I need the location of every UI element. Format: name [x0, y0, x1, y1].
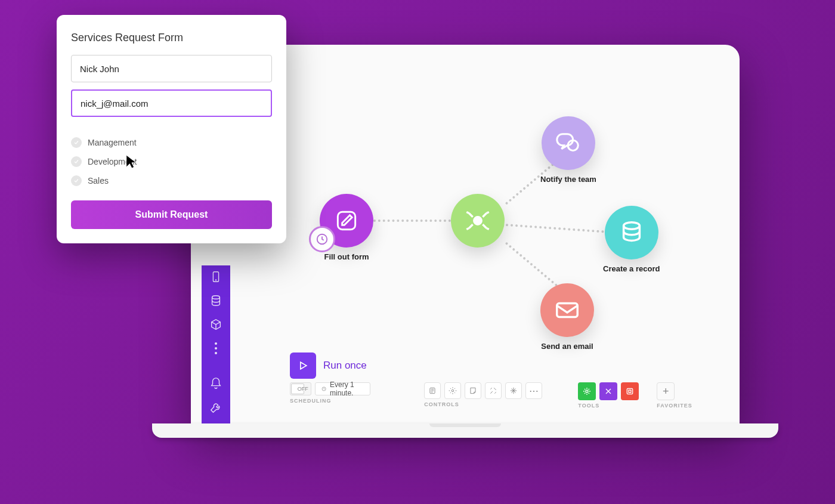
app-sidebar — [202, 265, 230, 432]
tools-label: TOOLS — [578, 403, 639, 409]
option-label: Development — [88, 157, 137, 166]
option-sales[interactable]: Sales — [71, 175, 272, 186]
sidebar-bell-icon[interactable] — [209, 377, 222, 390]
submit-request-button[interactable]: Submit Request — [71, 200, 272, 229]
connector — [373, 219, 451, 222]
node-label: Notify the team — [540, 175, 596, 184]
tool-purple-icon[interactable] — [599, 382, 617, 400]
check-icon — [71, 137, 82, 148]
workflow-canvas[interactable]: Fill out form Notify the team — [230, 45, 740, 426]
option-management[interactable]: Management — [71, 137, 272, 148]
option-development[interactable]: Development — [71, 156, 272, 167]
scheduling-label: SCHEDULING — [290, 398, 370, 404]
node-label: Fill out form — [320, 252, 373, 261]
node-fill-out-form[interactable]: Fill out form — [320, 194, 373, 261]
node-send-email[interactable]: Send an email — [540, 283, 594, 351]
services-request-form: Services Request Form Management Develop… — [57, 15, 286, 243]
email-input[interactable] — [71, 89, 272, 117]
connector — [505, 242, 561, 289]
name-input[interactable] — [71, 55, 272, 82]
controls-group: ⋯ CONTROLS — [424, 382, 542, 407]
check-icon — [71, 175, 82, 186]
schedule-selector[interactable]: Every 1 minute. — [315, 382, 371, 395]
node-create-record[interactable]: Create a record — [603, 206, 660, 273]
run-once-button[interactable] — [290, 353, 316, 379]
run-bar: Run once — [290, 353, 367, 379]
schedule-text: Every 1 minute. — [330, 381, 364, 397]
sidebar-tablet-icon[interactable] — [209, 270, 222, 283]
form-title: Services Request Form — [71, 32, 272, 44]
scheduling-toggle[interactable]: OFF — [290, 382, 311, 395]
sidebar-package-icon[interactable] — [209, 318, 222, 331]
svg-marker-9 — [301, 362, 307, 369]
control-note-icon[interactable] — [465, 382, 481, 399]
sidebar-more-icon[interactable] — [209, 342, 222, 355]
favorites-group: + FAVORITES — [657, 382, 692, 409]
laptop-base — [152, 423, 778, 438]
svg-rect-14 — [627, 388, 633, 394]
sidebar-wrench-icon[interactable] — [209, 401, 222, 414]
sidebar-database-icon[interactable] — [209, 294, 222, 307]
svg-point-2 — [212, 296, 220, 299]
control-bar: OFF Every 1 minute. SCHEDULING ⋯ — [290, 382, 680, 409]
svg-point-5 — [474, 217, 482, 225]
node-label: Send an email — [540, 342, 594, 351]
svg-rect-3 — [338, 212, 355, 229]
svg-point-1 — [216, 280, 217, 280]
schedule-badge-icon — [309, 226, 335, 252]
control-settings-icon[interactable] — [444, 382, 461, 399]
check-icon — [71, 156, 82, 167]
favorites-label: FAVORITES — [657, 403, 692, 409]
run-once-label: Run once — [323, 360, 367, 372]
node-router-hub[interactable] — [451, 194, 505, 252]
svg-point-7 — [623, 222, 639, 230]
scheduling-group: OFF Every 1 minute. SCHEDULING — [290, 382, 370, 404]
control-explain-icon[interactable] — [505, 382, 522, 399]
option-label: Management — [88, 138, 137, 147]
option-label: Sales — [88, 176, 109, 185]
add-favorite-button[interactable]: + — [657, 382, 675, 400]
control-notes-icon[interactable] — [424, 382, 441, 399]
node-label: Create a record — [603, 264, 660, 273]
tool-green-icon[interactable] — [578, 382, 596, 400]
svg-point-12 — [452, 389, 454, 392]
toggle-state: OFF — [298, 386, 308, 392]
control-autoalign-icon[interactable] — [485, 382, 502, 399]
controls-label: CONTROLS — [424, 401, 542, 407]
control-more-icon[interactable]: ⋯ — [525, 382, 542, 399]
node-notify-team[interactable]: Notify the team — [540, 116, 596, 184]
svg-rect-8 — [557, 304, 578, 317]
tools-group: TOOLS — [578, 382, 639, 409]
connector — [506, 224, 604, 233]
tool-red-icon[interactable] — [621, 382, 639, 400]
svg-point-13 — [586, 390, 588, 392]
